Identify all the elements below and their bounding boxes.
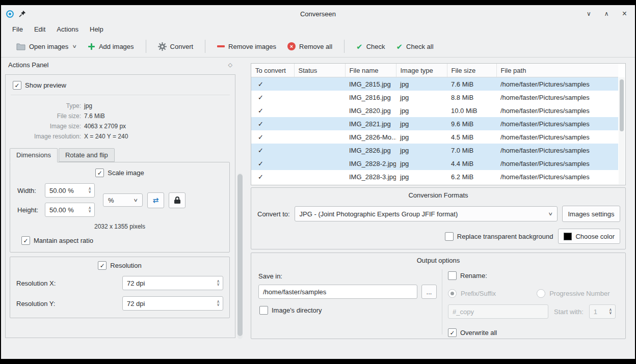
file-path-cell[interactable]: /home/faster/Pictures/samples [496,130,618,144]
image-type-cell[interactable]: jpg [396,104,447,117]
file-path-cell[interactable]: /home/faster/Pictures/samples [496,157,618,170]
file-name-cell[interactable]: IMG_2820.jpg [345,104,396,117]
spinner-arrows-icon[interactable]: ∧∨ [88,207,91,213]
status-cell[interactable] [294,104,345,117]
spinner-arrows-icon[interactable]: ∧∨ [88,187,91,193]
close-button[interactable]: × [622,10,627,18]
table-row[interactable]: ✓ IMG_2816.jpg jpg 8.8 MiB /home/faster/… [251,91,618,104]
file-size-cell[interactable]: 10.0 MiB [447,104,496,117]
image-type-cell[interactable]: jpg [396,130,447,144]
file-name-cell[interactable]: IMG_2828-2.jpg [345,157,396,170]
status-cell[interactable] [294,117,345,130]
resolution-checkbox[interactable]: ✓ Resolution [98,261,141,270]
show-preview-checkbox[interactable]: ✓ Show preview [13,81,66,90]
to-convert-cell[interactable]: ✓ [251,91,294,104]
to-convert-cell[interactable]: ✓ [251,157,294,170]
spinner-arrows-icon[interactable]: ∧∨ [217,280,220,286]
images-directory-checkbox[interactable]: Image's directory [259,306,322,315]
maximize-button[interactable]: ∧ [604,11,609,17]
prefix-suffix-radio[interactable]: Prefix/Suffix [448,289,496,298]
browse-button[interactable]: ... [421,285,437,299]
table-row[interactable]: ✓ IMG_2820.jpg jpg 10.0 MiB /home/faster… [251,104,618,117]
image-type-cell[interactable]: jpg [396,117,447,130]
replace-background-checkbox[interactable]: Replace transparent background [445,232,553,241]
rename-checkbox[interactable]: Rename: [448,271,487,280]
file-path-cell[interactable]: /home/faster/Pictures/samples [496,144,618,157]
menu-actions[interactable]: Actions [51,24,84,35]
progressive-number-radio[interactable]: Progressive Number [537,289,610,298]
table-row[interactable]: ✓ IMG_2821.jpg jpg 9.6 MiB /home/faster/… [251,117,618,130]
file-name-cell[interactable]: IMG_2816.jpg [345,91,396,104]
scale-image-checkbox[interactable]: ✓ Scale image [95,169,144,177]
open-images-dropdown-icon[interactable]: ∨ [72,44,77,49]
file-size-cell[interactable]: 7.0 MiB [447,144,496,157]
table-row[interactable]: ✓ IMG_2815.jpg jpg 7.6 MiB /home/faster/… [251,77,618,91]
image-type-cell[interactable]: jpg [396,91,447,104]
menu-help[interactable]: Help [85,24,109,35]
tab-dimensions[interactable]: Dimensions [10,148,58,162]
save-path-input[interactable] [258,285,417,299]
table-scrollbar[interactable] [619,77,625,184]
resolution-y-spinbox[interactable]: 72 dpi ∧∨ [122,296,223,311]
file-size-cell[interactable]: 4.4 MiB [447,157,496,170]
tab-rotate-and-flip[interactable]: Rotate and flip [59,148,115,162]
file-path-cell[interactable]: /home/faster/Pictures/samples [496,117,618,130]
resolution-x-spinbox[interactable]: 72 dpi ∧∨ [122,276,223,290]
to-convert-cell[interactable]: ✓ [251,144,294,157]
choose-color-button[interactable]: Choose color [558,229,620,244]
rename-pattern-input[interactable] [448,304,548,319]
file-path-cell[interactable]: /home/faster/Pictures/samples [496,77,618,91]
col-file-name[interactable]: File name [345,64,396,77]
panel-float-button[interactable]: ◇ [228,62,232,68]
convert-button[interactable]: Convert [154,39,198,54]
to-convert-cell[interactable]: ✓ [251,104,294,117]
file-size-cell[interactable]: 8.8 MiB [447,91,496,104]
unit-select[interactable]: % ∨ [103,193,143,207]
check-all-button[interactable]: ✔ Check all [392,40,438,53]
open-images-button[interactable]: Open images ∨ [12,40,81,53]
lock-aspect-button[interactable] [169,192,186,208]
add-images-button[interactable]: Add images [84,40,138,53]
to-convert-cell[interactable]: ✓ [251,130,294,144]
table-row[interactable]: ✓ IMG_2826-Mo... jpg 4.5 MiB /home/faste… [251,130,618,144]
status-cell[interactable] [294,157,345,170]
to-convert-cell[interactable]: ✓ [251,170,294,183]
spinner-arrows-icon[interactable]: ∧∨ [609,309,612,315]
image-type-cell[interactable]: jpg [396,144,447,157]
file-size-cell[interactable]: 4.5 MiB [447,130,496,144]
images-settings-button[interactable]: Images settings [562,206,620,222]
file-name-cell[interactable]: IMG_2815.jpg [345,77,396,91]
image-type-cell[interactable]: jpg [396,77,447,91]
start-with-spinbox[interactable]: 1 ∧∨ [589,304,616,319]
status-cell[interactable] [294,170,345,183]
height-spinbox[interactable]: 50.00 % ∧∨ [45,203,95,217]
menu-edit[interactable]: Edit [29,24,50,35]
file-name-cell[interactable]: IMG_2826-Mo... [345,130,396,144]
file-name-cell[interactable]: IMG_2828-3.jpg [345,170,396,183]
format-select[interactable]: JPG - (Joint Photographic Experts Group … [295,206,558,221]
pin-icon[interactable] [19,10,26,17]
col-to-convert[interactable]: To convert [251,64,294,77]
menu-file[interactable]: File [7,24,28,35]
file-path-cell[interactable]: /home/faster/Pictures/samples [496,170,618,183]
status-cell[interactable] [294,77,345,91]
col-image-type[interactable]: Image type [396,64,447,77]
titlebar[interactable]: Converseen ∨ ∧ × [1,5,635,22]
minimize-button[interactable]: ∨ [587,11,591,17]
col-status[interactable]: Status [294,64,345,77]
remove-images-button[interactable]: Remove images [213,40,280,53]
file-name-cell[interactable]: IMG_2826.jpg [345,144,396,157]
file-size-cell[interactable]: 7.6 MiB [447,77,496,91]
status-cell[interactable] [294,144,345,157]
scrollbar-handle[interactable] [237,174,243,336]
to-convert-cell[interactable]: ✓ [251,117,294,130]
scrollbar-handle[interactable] [620,79,624,131]
status-cell[interactable] [294,130,345,144]
file-path-cell[interactable]: /home/faster/Pictures/samples [496,91,618,104]
maintain-aspect-checkbox[interactable]: ✓ Mantain aspect ratio [21,236,93,245]
table-row[interactable]: ✓ IMG_2828-3.jpg jpg 6.2 MiB /home/faste… [251,170,618,183]
status-cell[interactable] [294,91,345,104]
col-file-size[interactable]: File size [447,64,496,77]
image-type-cell[interactable]: jpg [396,170,447,183]
file-path-cell[interactable]: /home/faster/Pictures/samples [496,104,618,117]
